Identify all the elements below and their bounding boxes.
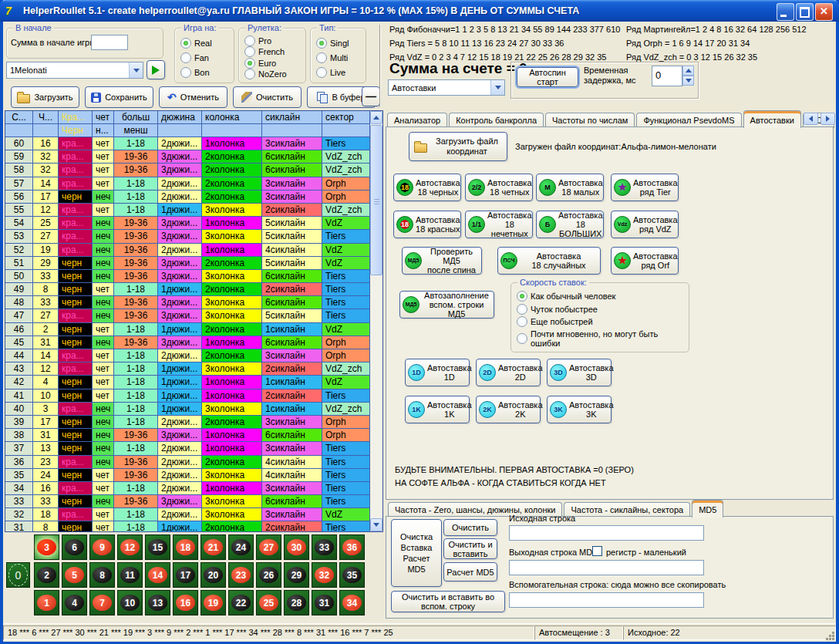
roulette-cell-5[interactable]: 5 xyxy=(62,562,87,588)
scroll-up-button[interactable] xyxy=(370,111,382,124)
roulette-cell-27[interactable]: 27 xyxy=(256,534,281,560)
stake-button-autostake-18-random[interactable]: ПСЧАвтоставка18 случайных xyxy=(497,247,601,275)
table-row[interactable]: 4833черннеч19-363дюжи...3колонка6сиклайн… xyxy=(5,296,370,309)
minimize-button[interactable] xyxy=(777,3,794,21)
stake-button-autostake-18-even[interactable]: 2/2Автоставка18 четных xyxy=(465,174,533,201)
roulette-cell-9[interactable]: 9 xyxy=(89,534,115,560)
roulette-cell-18[interactable]: 18 xyxy=(173,534,198,560)
play-button[interactable] xyxy=(147,60,165,79)
mode-combobox[interactable]: Автоставки xyxy=(388,79,505,96)
table-row[interactable]: 3623кра...неч19-362дюжи...2колонка4сикла… xyxy=(5,456,370,469)
roulette-cell-19[interactable]: 19 xyxy=(200,590,226,615)
maximize-button[interactable] xyxy=(796,3,814,21)
roulette-cell-6[interactable]: 6 xyxy=(62,534,87,560)
calc-md5-button[interactable]: Расчет MD5 xyxy=(443,562,497,582)
table-row[interactable]: 424чернчет1-181дюжи...1колонка1сиклайнVd… xyxy=(5,376,370,389)
tab-контроль-банкролла[interactable]: Контроль банкролла xyxy=(449,113,544,128)
table-row[interactable]: 5714кра...чет1-182дюжи...2колонка3сиклай… xyxy=(5,177,370,191)
roulette-cell-16[interactable]: 16 xyxy=(173,590,198,615)
resize-grip[interactable] xyxy=(825,631,834,640)
stake-button-autostake-3d[interactable]: 3DАвтоставка3D xyxy=(547,359,612,386)
tab-scroll-right-button[interactable] xyxy=(820,113,835,125)
roulette-cell-22[interactable]: 22 xyxy=(228,590,254,615)
radio-nozero[interactable]: NoZero xyxy=(244,69,302,79)
roulette-cell-14[interactable]: 14 xyxy=(145,562,170,588)
stake-button-autostake-1k[interactable]: 1KАвтоставка1K xyxy=(405,396,470,423)
tab-автоставки[interactable]: Автоставки xyxy=(743,110,801,128)
roulette-cell-10[interactable]: 10 xyxy=(117,590,143,615)
clear-and-paste-button[interactable]: Очистить и вставить xyxy=(443,538,497,559)
table-row[interactable]: 4727кра...неч19-363дюжи...3колонка5сикла… xyxy=(5,309,370,322)
table-row[interactable]: 5617черннеч1-182дюжи...2колонка3сиклайнO… xyxy=(5,191,370,204)
roulette-cell-26[interactable]: 26 xyxy=(256,562,281,588)
table-row[interactable]: 3416кра...чет1-182дюжи...1колонка3сиклай… xyxy=(5,482,370,495)
autospin-start-button[interactable]: Автоспин старт xyxy=(517,67,578,87)
tab-функционал-psevdoms[interactable]: Функционал PsevdoMS xyxy=(636,113,741,128)
file-button-save[interactable]: Сохранить xyxy=(85,86,153,108)
tab-scroll-left-button[interactable] xyxy=(804,113,818,125)
table-row[interactable]: 6016кра...чет1-182дюжи...1колонка3сиклай… xyxy=(5,137,370,150)
table-row[interactable]: 3917черннеч1-182дюжи...2колонка3сиклайнO… xyxy=(5,416,370,429)
table-row[interactable]: 403кра...неч1-181дюжи...3колонка1сиклайн… xyxy=(5,403,370,416)
file-button-open-folder[interactable]: Загрузить xyxy=(11,86,79,108)
roulette-cell-36[interactable]: 36 xyxy=(339,534,365,560)
roulette-cell-8[interactable]: 8 xyxy=(89,562,115,588)
roulette-cell-21[interactable]: 21 xyxy=(200,534,226,560)
tab-частоты-по-числам[interactable]: Частоты по числам xyxy=(545,113,635,128)
collapse-button[interactable]: — xyxy=(362,86,380,106)
roulette-cell-12[interactable]: 12 xyxy=(117,534,143,560)
load-coords-file-button[interactable]: Загрузить файл координат xyxy=(409,132,507,161)
roulette-cell-33[interactable]: 33 xyxy=(312,534,337,560)
radio-multi[interactable]: Multi xyxy=(316,52,362,63)
radio-как-обычный-человек[interactable]: Как обычный человек xyxy=(517,291,686,302)
preset-combobox[interactable]: 1Melonati xyxy=(6,62,143,79)
radio-почти-мгновенно-но-могут-быть-ошибки[interactable]: Почти мгновенно, но могут быть ошибки xyxy=(517,329,686,348)
roulette-cell-24[interactable]: 24 xyxy=(228,534,254,560)
stake-button-autostake-2k[interactable]: 2KАвтоставка2K xyxy=(476,396,541,423)
stake-button-autofill-md5-string[interactable]: МД5Автозаполнениевспом. строки МД5 xyxy=(399,291,494,319)
roulette-cell-4[interactable]: 4 xyxy=(62,590,87,615)
radio-fan[interactable]: Fan xyxy=(180,52,231,63)
close-button[interactable] xyxy=(815,3,833,21)
delay-input[interactable]: 0 xyxy=(652,66,682,86)
stake-button-autostake-row-orf[interactable]: ★Автоставкаряд Orf xyxy=(611,247,679,275)
table-row[interactable]: 5219кра...неч19-362дюжи...1колонка4сикла… xyxy=(5,244,370,257)
clear-paste-aux-button[interactable]: Очистить и вставить во вспом. строку xyxy=(391,591,505,612)
radio-singl[interactable]: Singl xyxy=(316,38,362,49)
table-row[interactable]: 4312кра...чет1-181дюжи...3колонка2сиклай… xyxy=(5,362,370,376)
output-string-input[interactable] xyxy=(509,560,704,575)
roulette-cell-2[interactable]: 2 xyxy=(34,562,59,588)
table-row[interactable]: 3333черннеч19-363дюжи...3колонка6сиклайн… xyxy=(5,495,370,508)
radio-real[interactable]: Real xyxy=(180,38,231,49)
table-row[interactable]: 318чернчет1-181дюжи...2колонка2сиклайнTi… xyxy=(5,521,370,532)
clear-button[interactable]: Очистить xyxy=(443,519,497,536)
stake-button-autostake-3k[interactable]: 3KАвтоставка3K xyxy=(547,396,612,423)
roulette-cell-23[interactable]: 23 xyxy=(228,562,254,588)
start-sum-input[interactable] xyxy=(91,35,128,50)
table-scrollbar[interactable] xyxy=(370,111,382,531)
file-button-clean[interactable]: Очистить xyxy=(233,86,302,108)
table-row[interactable]: 5033черннеч19-363дюжи...3колонка6сиклайн… xyxy=(5,270,370,283)
roulette-cell-13[interactable]: 13 xyxy=(145,590,170,615)
stake-button-autostake-18-red[interactable]: 18Автоставка18 красных xyxy=(393,211,461,238)
table-row[interactable]: 498чернчет1-181дюжи...2колонка2сиклайнTi… xyxy=(5,283,370,296)
roulette-cell-29[interactable]: 29 xyxy=(284,562,309,588)
table-row[interactable]: 5425кра...неч19-363дюжи...1колонка5сикла… xyxy=(5,217,370,230)
tab-md5[interactable]: MD5 xyxy=(692,500,723,518)
scrollbar-thumb[interactable] xyxy=(370,125,382,275)
chevron-down-icon[interactable] xyxy=(490,80,504,95)
table-row[interactable]: 5832кра...чет19-363дюжи...2колонка6сикла… xyxy=(5,164,370,177)
roulette-cell-1[interactable]: 1 xyxy=(34,590,59,615)
stake-button-autostake-row-tier[interactable]: ★Автоставкаряд Tier xyxy=(611,174,679,201)
tab-анализатор[interactable]: Анализатор xyxy=(387,113,447,128)
stake-button-autostake-18-big[interactable]: БАвтоставка18 БОЛЬШИХ xyxy=(536,211,604,238)
roulette-cell-31[interactable]: 31 xyxy=(312,590,337,615)
roulette-cell-15[interactable]: 15 xyxy=(145,534,170,560)
radio-live[interactable]: Live xyxy=(316,67,362,78)
roulette-cell-20[interactable]: 20 xyxy=(200,562,226,588)
scroll-down-button[interactable] xyxy=(370,518,382,531)
roulette-cell-7[interactable]: 7 xyxy=(89,590,115,615)
radio-еще-побыстрей[interactable]: Еще побыстрей xyxy=(517,316,686,327)
stake-button-autostake-18-small[interactable]: МАвтоставка18 малых xyxy=(536,174,604,201)
source-string-input[interactable] xyxy=(509,525,704,541)
